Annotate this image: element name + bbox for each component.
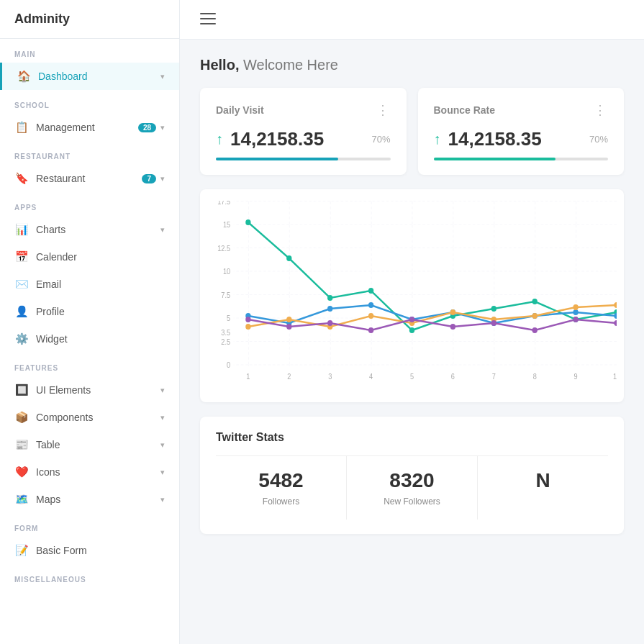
stat-value-1: 14,2158.35: [448, 128, 542, 150]
stat-arrow-0: ↑: [216, 131, 223, 148]
twitter-stats-row: 5482 Followers 8320 New Followers N: [216, 455, 608, 520]
stat-value-0: 14,2158.35: [230, 128, 324, 150]
svg-point-61: [573, 317, 578, 322]
stat-percent-0: 70%: [371, 134, 390, 145]
components-icon: 📦: [14, 411, 29, 424]
svg-rect-1: [200, 18, 216, 19]
svg-point-26: [368, 288, 373, 294]
svg-point-53: [245, 317, 250, 322]
svg-point-50: [532, 313, 538, 319]
app-title: Adminity: [14, 12, 70, 27]
sidebar-item-calender[interactable]: 📅Calender: [0, 243, 179, 271]
stat-bar-bg-1: [434, 158, 609, 160]
stat-card-header-0: Daily Visit ⋮: [216, 102, 391, 118]
svg-text:3.5: 3.5: [221, 329, 230, 337]
maps-icon: 🗺️: [14, 493, 29, 506]
management-chevron: ▾: [160, 123, 165, 132]
dashboard-chevron: ▾: [160, 72, 165, 81]
svg-point-46: [368, 313, 373, 319]
svg-point-35: [327, 306, 332, 312]
restaurant-label: Restaurant: [36, 173, 142, 184]
icons-icon: ❤️: [14, 466, 29, 479]
sidebar-item-profile[interactable]: 👤Profile: [0, 298, 179, 325]
svg-text:6: 6: [451, 373, 455, 381]
sidebar-item-dashboard[interactable]: 🏠Dashboard▾: [0, 63, 179, 90]
sidebar-item-ui-elements[interactable]: 🔲UI Elements▾: [0, 376, 179, 404]
stat-bar-fill-1: [434, 158, 556, 160]
svg-point-58: [450, 324, 455, 330]
sidebar-section-form: FORM: [0, 513, 179, 537]
stat-bar-fill-0: [216, 158, 338, 160]
sidebar-item-email[interactable]: ✉️Email: [0, 271, 179, 298]
sidebar-section-miscellaneous: MISCELLANEOUS: [0, 564, 179, 588]
svg-rect-2: [200, 23, 216, 24]
management-icon: 📋: [14, 121, 29, 134]
svg-point-56: [368, 327, 373, 333]
svg-point-24: [286, 255, 291, 261]
sidebar-item-icons[interactable]: ❤️Icons▾: [0, 458, 179, 486]
twitter-stat-0: 5482 Followers: [216, 456, 347, 520]
sidebar-item-management[interactable]: 📋Management28▾: [0, 114, 179, 141]
twitter-stat-number-2: N: [485, 469, 601, 492]
stats-row: Daily Visit ⋮ ↑ 14,2158.35 70% Bounce Ra…: [200, 88, 624, 175]
sidebar-item-widget[interactable]: ⚙️Widget: [0, 325, 179, 353]
svg-point-43: [245, 324, 250, 330]
icons-label: Icons: [36, 466, 160, 478]
profile-label: Profile: [36, 306, 165, 317]
svg-point-57: [409, 317, 414, 322]
twitter-stat-1: 8320 New Followers: [347, 456, 478, 520]
svg-point-55: [327, 320, 332, 326]
svg-point-41: [573, 309, 578, 315]
stat-card-title-1: Bounce Rate: [434, 104, 496, 116]
svg-text:3: 3: [328, 373, 332, 381]
dashboard-label: Dashboard: [38, 71, 160, 82]
page-content: Hello, Welcome Here Daily Visit ⋮ ↑ 14,2…: [180, 40, 644, 551]
greeting-hello: Hello,: [200, 57, 239, 73]
svg-text:4: 4: [369, 373, 373, 381]
svg-text:2.5: 2.5: [221, 338, 230, 346]
svg-point-25: [327, 295, 332, 301]
greeting: Hello, Welcome Here: [200, 57, 624, 73]
svg-point-44: [286, 317, 291, 322]
twitter-stat-number-0: 5482: [223, 469, 339, 492]
twitter-section: Twitter Stats 5482 Followers 8320 New Fo…: [200, 417, 624, 534]
dashboard-icon: 🏠: [17, 70, 31, 83]
svg-text:15: 15: [223, 221, 230, 229]
sidebar-section-apps: APPS: [0, 192, 179, 216]
twitter-stat-2: N: [478, 456, 608, 520]
svg-point-27: [409, 327, 414, 333]
stat-card-value-row-1: ↑ 14,2158.35 70%: [434, 128, 609, 150]
svg-point-59: [491, 320, 496, 326]
maps-label: Maps: [36, 494, 160, 505]
hamburger-icon[interactable]: [200, 10, 216, 29]
stat-card-dots-0[interactable]: ⋮: [376, 102, 391, 118]
charts-label: Charts: [36, 224, 160, 235]
sidebar-item-basic-form[interactable]: 📝Basic Form: [0, 537, 179, 564]
stat-card-value-row-0: ↑ 14,2158.35 70%: [216, 128, 391, 150]
stat-card-dots-1[interactable]: ⋮: [594, 102, 608, 118]
svg-text:7: 7: [492, 373, 496, 381]
svg-rect-0: [200, 13, 216, 14]
sidebar-item-table[interactable]: 📰Table▾: [0, 431, 179, 458]
sidebar-item-components[interactable]: 📦Components▾: [0, 404, 179, 431]
email-label: Email: [36, 278, 165, 290]
management-label: Management: [36, 122, 138, 133]
profile-icon: 👤: [14, 305, 29, 318]
widget-icon: ⚙️: [14, 332, 29, 345]
icons-chevron: ▾: [160, 468, 165, 477]
basic-form-icon: 📝: [14, 544, 29, 557]
sidebar-item-charts[interactable]: 📊Charts▾: [0, 216, 179, 243]
twitter-stat-label-0: Followers: [223, 496, 339, 507]
chart-section: 17.5 15 12.5 10 7.5 5 3.5 2.5 0 1 2 3 4 …: [200, 189, 624, 402]
sidebar-item-restaurant[interactable]: 🔖Restaurant7▾: [0, 165, 179, 192]
sidebar-item-maps[interactable]: 🗺️Maps▾: [0, 486, 179, 513]
twitter-title: Twitter Stats: [216, 431, 608, 444]
svg-text:8: 8: [533, 373, 537, 381]
table-label: Table: [36, 439, 160, 450]
twitter-stat-label-1: New Followers: [354, 496, 470, 507]
svg-text:12.5: 12.5: [217, 245, 230, 253]
svg-text:17.5: 17.5: [217, 201, 230, 206]
sidebar-section-school: SCHOOL: [0, 90, 179, 114]
svg-text:7.5: 7.5: [221, 291, 230, 299]
email-icon: ✉️: [14, 278, 29, 291]
